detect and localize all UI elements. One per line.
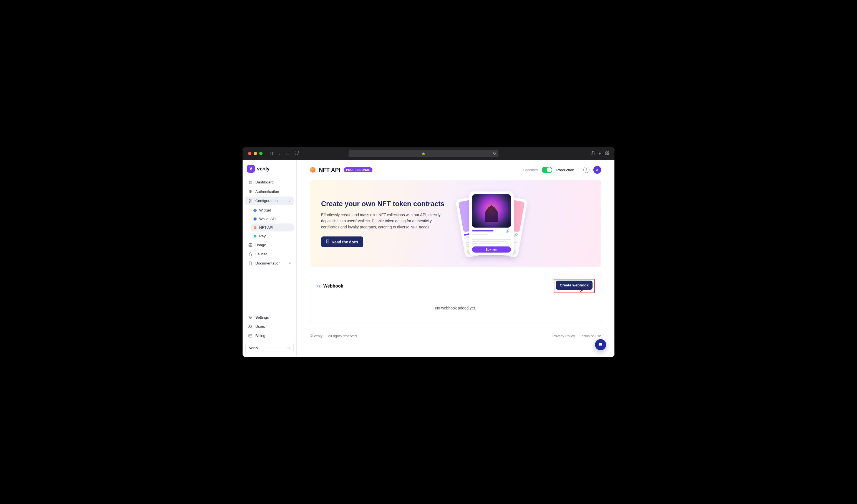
document-icon [248,262,253,265]
sidebar-subitem-wallet-api[interactable]: Wallet API [251,215,293,223]
create-webhook-button[interactable]: Create webhook [556,281,592,290]
back-icon[interactable]: ‹ [285,151,287,156]
sidebar-item-users[interactable]: Users [245,322,293,331]
sliders-icon [248,199,253,203]
hero-illustration: . . 🔗 Buy item [455,189,527,258]
sidebar-item-label: Configuration [255,199,278,203]
main-content: NFT API PROFESSIONAL Sandbox Production … [297,160,615,357]
logo-text: venly [257,166,269,172]
read-docs-button[interactable]: Read the docs [321,236,363,247]
sidebar-item-label: Settings [255,315,269,319]
sidebar-subitem-nft-api[interactable]: NFT API [251,223,293,232]
avatar[interactable]: A [593,166,601,174]
plan-badge: PROFESSIONAL [343,167,372,172]
minimize-window-icon[interactable] [254,152,257,155]
dashboard-icon: ▦ [248,180,253,184]
svg-rect-0 [605,151,606,152]
chevron-down-icon: ⌄ [288,199,291,203]
chevron-down-icon[interactable]: ⌄ [278,152,280,155]
tabs-overview-icon[interactable] [605,151,609,156]
panel-title: Webhook [323,284,343,289]
environment-toggle[interactable] [542,167,552,173]
traffic-lights [248,152,263,155]
lock-icon: 🔒 [422,152,425,155]
sidebar-item-settings[interactable]: ⚙ Settings [245,313,293,322]
external-link-icon: ↗ [288,262,291,265]
chart-icon [248,243,253,247]
sidebar-item-label: Usage [255,243,266,247]
users-icon [248,325,253,328]
sidebar-item-label: Dashboard [255,180,274,184]
logo[interactable]: V venly [245,164,293,178]
sidebar-item-dashboard[interactable]: ▦ Dashboard [245,178,293,186]
help-icon[interactable]: ? [583,167,589,173]
sidebar-subitem-label: Widget [259,208,271,212]
maximize-window-icon[interactable] [259,152,263,155]
sidebar-item-configuration[interactable]: Configuration ⌄ [245,197,293,205]
sidebar-item-usage[interactable]: Usage [245,241,293,249]
forward-icon[interactable]: › [288,151,290,156]
link-icon: 🔗 [505,229,509,233]
pay-icon [254,235,256,238]
sidebar-subitem-label: Pay [259,234,266,238]
sidebar-subitem-widget[interactable]: Widget [251,206,293,214]
sidebar-item-label: Billing [255,334,265,338]
url-bar[interactable]: 🔒 ↻ [349,150,499,157]
svg-point-4 [249,199,250,200]
hero-title: Create your own NFT token contracts [321,200,449,208]
close-window-icon[interactable] [248,152,251,155]
privacy-policy-link[interactable]: Privacy Policy [553,334,575,338]
nft-api-icon [254,226,256,229]
browser-chrome: ⌄ ‹ › 🔒 ↻ ＋ [242,147,615,160]
button-label: Read the docs [332,240,358,244]
chevron-updown-icon: ⌃⌄ [287,346,290,350]
wallet-api-icon [253,217,257,221]
sidebar-item-label: Faucet [255,252,267,256]
svg-rect-10 [249,334,252,337]
widget-icon [253,208,257,212]
sidebar-item-billing[interactable]: Billing [245,331,293,340]
gear-icon: ⚙ [248,315,253,319]
highlight-annotation: Create webhook [554,279,595,293]
privacy-shield-icon[interactable] [295,151,299,156]
svg-rect-1 [607,151,609,152]
new-tab-icon[interactable]: ＋ [598,151,602,156]
logo-mark-icon: V [247,165,255,173]
page-title: NFT API [319,167,340,173]
gear-icon: ⚙ [248,189,253,194]
sidebar-subitem-pay[interactable]: Pay [251,232,293,240]
share-icon[interactable] [591,151,595,156]
svg-point-6 [249,201,250,202]
env-label-sandbox: Sandbox [523,168,538,172]
env-label-production: Production [556,168,574,172]
sidebar-toggle-icon[interactable] [269,149,277,158]
link-icon: 🔗 [514,233,518,237]
drop-icon [248,252,253,256]
sidebar-item-authentication[interactable]: ⚙ Authentication [245,187,293,196]
svg-rect-3 [607,153,609,155]
nft-api-icon [310,167,316,173]
hero-banner: Create your own NFT token contracts Effo… [310,180,601,267]
buy-button-label: Buy item [472,247,511,253]
copyright: © Venly — All rights reserved [310,334,357,338]
page-header: NFT API PROFESSIONAL Sandbox Production … [297,160,615,176]
sidebar-subitem-label: Wallet API [259,217,276,221]
svg-point-5 [250,200,251,201]
refresh-icon[interactable]: ↻ [493,151,496,156]
terms-link[interactable]: Terms of Use [580,334,601,338]
footer: © Venly — All rights reserved Privacy Po… [297,329,615,343]
org-name: Venly [249,346,258,350]
webhook-panel: ⇆ Webhook Create webhook No webhook adde… [310,274,601,323]
nft-card: Buy item 🔗 [469,191,514,255]
webhook-icon: ⇆ [316,283,320,289]
svg-point-9 [251,325,252,327]
billing-icon [248,334,253,337]
document-icon [326,239,330,244]
hero-description: Effortlessly create and mass mint NFT co… [321,212,449,230]
chat-fab[interactable] [595,339,606,350]
org-picker[interactable]: Venly ⌃⌄ [245,343,293,353]
webhook-empty-state: No webhook added yet. [310,298,601,323]
sidebar-item-faucet[interactable]: Faucet [245,250,293,258]
sidebar-item-documentation[interactable]: Documentation ↗ [245,259,293,268]
divider [578,167,579,173]
